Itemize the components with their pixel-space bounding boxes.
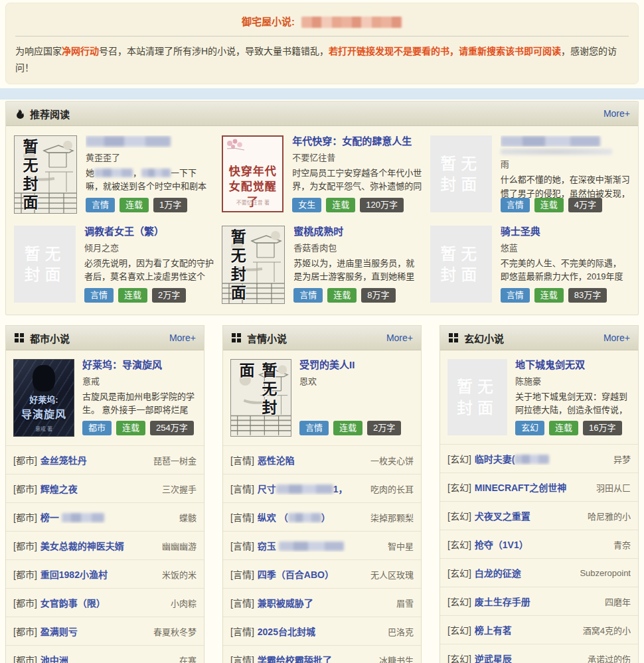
book-link[interactable]: 重回1982小渔村 bbox=[40, 567, 157, 581]
book-link[interactable]: 废土生存手册 bbox=[475, 595, 600, 608]
column-more-link[interactable]: More+ bbox=[604, 332, 630, 343]
tag-genre[interactable]: 言情 bbox=[501, 198, 530, 212]
list-item[interactable]: [都市]女官韵事（限）小肉粽 bbox=[6, 588, 204, 617]
tag-genre[interactable]: 都市 bbox=[82, 421, 112, 435]
book-link[interactable]: 临时夫妻( bbox=[475, 452, 608, 465]
list-item[interactable]: [言情]四季（百合ABO）无人区玫瑰 bbox=[223, 559, 421, 588]
tag-status[interactable]: 连载 bbox=[327, 288, 357, 303]
book-cover-red[interactable]: 快穿年代 女配觉醒了 不要忆往昔 著 bbox=[222, 135, 283, 212]
book-link[interactable]: 池中洲 bbox=[40, 653, 174, 663]
book-link[interactable]: 白龙的征途 bbox=[475, 566, 575, 579]
book-cover-placeholder-sketch[interactable]: 暂无封面 bbox=[230, 359, 291, 437]
book-title-link[interactable]: 好莱坞：导演旋风 bbox=[82, 359, 197, 372]
tag-status[interactable]: 连载 bbox=[549, 421, 578, 435]
notice-text: 为响应国家净网行动号召，本站清理了所有涉H的小说，导致大量书籍错乱，若打开链接发… bbox=[15, 43, 629, 76]
book-link[interactable]: 窃玉 bbox=[258, 539, 382, 552]
grid-icon bbox=[448, 332, 459, 343]
book-link[interactable]: 尺寸1， bbox=[258, 482, 365, 495]
book-link[interactable]: 榜上有茗 bbox=[475, 623, 578, 636]
book-link[interactable]: 2025台北封城 bbox=[258, 625, 382, 638]
list-item[interactable]: [都市]辉煌之夜三次握手 bbox=[6, 474, 204, 502]
site-title-line: 御宅屋小说: bbox=[15, 10, 629, 33]
list-item[interactable]: [玄幻]抢夺（1V1）青奈 bbox=[440, 530, 638, 558]
book-title-link[interactable]: 骑士圣典 bbox=[501, 226, 630, 238]
list-item[interactable]: [都市]盈满则亏春夏秋冬梦 bbox=[6, 617, 204, 645]
book-link[interactable]: 辉煌之夜 bbox=[40, 482, 157, 495]
book-title-link[interactable]: 地下城鬼剑无双 bbox=[515, 359, 631, 372]
list-item[interactable]: [玄幻]废土生存手册四磨年 bbox=[440, 587, 638, 615]
book-link[interactable]: 兼职被威胁了 bbox=[258, 596, 391, 609]
list-item[interactable]: [玄幻]榜上有茗酒窝4克的小 bbox=[440, 615, 638, 644]
book-link[interactable]: 女官韵事（限） bbox=[40, 596, 165, 609]
tag-status[interactable]: 连载 bbox=[534, 198, 564, 212]
book-link[interactable]: 恶性沦陷 bbox=[258, 453, 365, 467]
book-cover-placeholder-gray[interactable]: 暂无 封面 bbox=[14, 226, 76, 303]
tag-status[interactable]: 连载 bbox=[333, 421, 362, 435]
list-item[interactable]: [言情]2025台北封城巴洛克 bbox=[223, 617, 421, 645]
tag-genre[interactable]: 言情 bbox=[299, 421, 329, 435]
book-cover-placeholder-sketch[interactable]: 暂无封面 bbox=[14, 135, 77, 214]
red-cover-line1: 快穿年代 bbox=[223, 165, 282, 180]
list-item[interactable]: [玄幻]逆武星辰承诺过的伤 bbox=[440, 644, 638, 663]
book-link[interactable]: MINECRAFT之创世神 bbox=[475, 480, 591, 494]
book-cover-dark[interactable]: 好莱坞: 导演旋风 意戒 著 bbox=[13, 359, 74, 437]
book-link[interactable]: 学霸给校霸舔批了 bbox=[258, 653, 374, 663]
book-info: 受罚的美人II 恩欢 言情 连载 2万字 bbox=[299, 359, 414, 435]
book-title-link[interactable] bbox=[501, 135, 630, 147]
list-item[interactable]: [都市]池中洲在寒 bbox=[6, 645, 204, 663]
column-more-link[interactable]: More+ bbox=[386, 332, 413, 343]
tag-genre[interactable]: 言情 bbox=[293, 288, 323, 303]
book-title-link[interactable]: 年代快穿：女配的肆意人生 bbox=[292, 135, 422, 148]
book-link[interactable]: 美女总裁的神医夫婿 bbox=[40, 539, 157, 552]
list-item[interactable]: [言情]纵欢 （）柒掉那颗梨 bbox=[223, 502, 421, 531]
list-item[interactable]: [言情]兼职被威胁了眉雪 bbox=[223, 588, 421, 617]
tag-status[interactable]: 连载 bbox=[120, 198, 149, 212]
list-item[interactable]: [言情]恶性沦陷一枚夹心饼 bbox=[223, 445, 421, 474]
tag-status[interactable]: 连载 bbox=[326, 198, 355, 212]
list-item[interactable]: [玄幻]白龙的征途Subzeropoint bbox=[440, 558, 638, 587]
no-cover-line1: 暂无 bbox=[440, 244, 481, 264]
list-item[interactable]: [都市]美女总裁的神医夫婿幽幽幽游 bbox=[6, 531, 204, 559]
book-info: 好莱坞：导演旋风 意戒 古旋风是南加州电影学院的学生。 意外接手一部即将烂尾的 … bbox=[82, 359, 197, 435]
book-cover-placeholder-gray[interactable]: 暂无 封面 bbox=[430, 226, 492, 303]
book-link[interactable]: 抢夺（1V1） bbox=[475, 538, 608, 551]
list-item[interactable]: [言情]尺寸1，吃肉的长耳 bbox=[223, 474, 421, 502]
book-cover-placeholder-gray[interactable]: 暂无 封面 bbox=[447, 359, 507, 435]
book-title-link[interactable]: 受罚的美人II bbox=[299, 359, 414, 372]
book-card: 暂无封面 黄歪歪了 她，一下下嘛，就被送到各个时空中和剧本中 言情 连载 1万字 bbox=[10, 135, 218, 214]
list-item[interactable]: [玄幻]MINECRAFT之创世神羽田从匚 bbox=[440, 473, 638, 501]
tag-genre[interactable]: 言情 bbox=[501, 288, 530, 303]
book-title-link[interactable] bbox=[86, 135, 214, 148]
tag-status[interactable]: 连载 bbox=[118, 288, 147, 303]
category-prefix: [言情] bbox=[230, 567, 254, 581]
book-link[interactable]: 犬夜叉之重置 bbox=[475, 509, 582, 522]
dark-cover-byline: 意戒 著 bbox=[14, 425, 74, 432]
list-item[interactable]: [玄幻]临时夫妻(异梦 bbox=[440, 444, 638, 473]
tag-status[interactable]: 连载 bbox=[116, 421, 145, 435]
book-title-link[interactable]: 蜜桃成熟时 bbox=[293, 226, 422, 238]
book-link[interactable]: 盈满则亏 bbox=[40, 625, 148, 638]
list-item[interactable]: [都市]重回1982小渔村米饭的米 bbox=[6, 559, 204, 588]
list-item[interactable]: [都市]榜一 蝶骸 bbox=[6, 502, 204, 531]
list-item[interactable]: [言情]窃玉 智中星 bbox=[223, 531, 421, 559]
tag-genre[interactable]: 女生 bbox=[292, 198, 321, 212]
book-cover-placeholder-sketch[interactable]: 暂无封面 bbox=[222, 226, 285, 304]
book-link[interactable]: 榜一 bbox=[40, 510, 174, 524]
book-link[interactable]: 金丝笼牡丹 bbox=[40, 453, 148, 467]
list-item[interactable]: [都市]金丝笼牡丹琵琶一树金 bbox=[6, 445, 204, 474]
book-link[interactable]: 四季（百合ABO） bbox=[258, 567, 365, 581]
book-cover-placeholder-gray[interactable]: 暂无 封面 bbox=[430, 135, 492, 212]
book-link[interactable]: 逆武星辰 bbox=[475, 652, 582, 663]
recommend-more-link[interactable]: More+ bbox=[604, 108, 630, 119]
tag-genre[interactable]: 言情 bbox=[84, 288, 114, 303]
list-item[interactable]: [玄幻]犬夜叉之重置哈尼雅的小 bbox=[440, 501, 638, 530]
list-item[interactable]: [言情]学霸给校霸舔批了冰糖书生 bbox=[223, 645, 421, 663]
tag-genre[interactable]: 玄幻 bbox=[515, 421, 544, 435]
notice-seg-3: 号召，本站清理了所有涉H的小说，导致大量书籍错乱， bbox=[99, 46, 329, 56]
tag-genre[interactable]: 言情 bbox=[86, 198, 115, 212]
book-link[interactable]: 纵欢 （） bbox=[258, 510, 365, 524]
tag-status[interactable]: 连载 bbox=[534, 288, 564, 303]
column-more-link[interactable]: More+ bbox=[169, 332, 196, 343]
flame-icon bbox=[14, 108, 25, 119]
book-title-link[interactable]: 调教者女王（繁） bbox=[84, 226, 214, 238]
